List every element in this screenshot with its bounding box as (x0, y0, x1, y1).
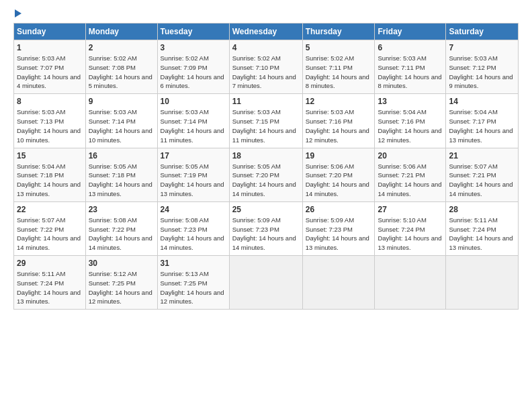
calendar-cell: 14Sunrise: 5:04 AMSunset: 7:17 PMDayligh… (446, 94, 519, 148)
calendar-cell: 5Sunrise: 5:02 AMSunset: 7:11 PMDaylight… (302, 40, 375, 94)
calendar-week-row: 29Sunrise: 5:11 AMSunset: 7:24 PMDayligh… (14, 256, 519, 310)
cell-sunrise: Sunrise: 5:02 AMSunset: 7:11 PMDaylight:… (306, 54, 369, 89)
day-number: 4 (232, 43, 300, 52)
calendar-week-row: 8Sunrise: 5:03 AMSunset: 7:13 PMDaylight… (14, 94, 519, 148)
calendar-week-row: 15Sunrise: 5:04 AMSunset: 7:18 PMDayligh… (14, 148, 519, 201)
page-header (13, 11, 519, 17)
day-of-week-header: Friday (375, 24, 446, 40)
day-number: 8 (17, 97, 83, 106)
day-number: 9 (89, 97, 154, 106)
cell-sunrise: Sunrise: 5:03 AMSunset: 7:13 PMDaylight:… (17, 108, 81, 143)
cell-sunrise: Sunrise: 5:05 AMSunset: 7:19 PMDaylight:… (161, 163, 224, 197)
day-of-week-header: Tuesday (157, 24, 229, 40)
day-number: 1 (17, 43, 83, 52)
calendar-header-row: SundayMondayTuesdayWednesdayThursdayFrid… (14, 24, 519, 40)
cell-sunrise: Sunrise: 5:13 AMSunset: 7:25 PMDaylight:… (161, 270, 224, 305)
cell-sunrise: Sunrise: 5:11 AMSunset: 7:24 PMDaylight:… (17, 270, 81, 305)
day-number: 26 (306, 205, 372, 214)
calendar-cell: 24Sunrise: 5:08 AMSunset: 7:23 PMDayligh… (157, 201, 229, 255)
day-number: 25 (232, 205, 300, 214)
day-number: 19 (306, 151, 372, 161)
cell-sunrise: Sunrise: 5:09 AMSunset: 7:23 PMDaylight:… (306, 216, 369, 251)
calendar-cell: 26Sunrise: 5:09 AMSunset: 7:23 PMDayligh… (302, 201, 375, 255)
calendar-cell: 18Sunrise: 5:05 AMSunset: 7:20 PMDayligh… (229, 148, 302, 201)
cell-sunrise: Sunrise: 5:02 AMSunset: 7:09 PMDaylight:… (161, 54, 224, 89)
day-number: 3 (161, 43, 226, 52)
cell-sunrise: Sunrise: 5:03 AMSunset: 7:15 PMDaylight:… (232, 108, 296, 143)
cell-sunrise: Sunrise: 5:08 AMSunset: 7:22 PMDaylight:… (89, 216, 152, 251)
calendar-cell: 13Sunrise: 5:04 AMSunset: 7:16 PMDayligh… (375, 94, 446, 148)
cell-sunrise: Sunrise: 5:02 AMSunset: 7:10 PMDaylight:… (232, 54, 296, 89)
cell-sunrise: Sunrise: 5:02 AMSunset: 7:08 PMDaylight:… (89, 54, 152, 89)
cell-sunrise: Sunrise: 5:09 AMSunset: 7:23 PMDaylight:… (232, 216, 296, 251)
day-of-week-header: Saturday (446, 24, 519, 40)
calendar-cell: 28Sunrise: 5:11 AMSunset: 7:24 PMDayligh… (446, 201, 519, 255)
day-number: 22 (17, 205, 83, 214)
day-number: 7 (449, 43, 515, 52)
day-number: 13 (378, 97, 443, 106)
calendar-cell: 1Sunrise: 5:03 AMSunset: 7:07 PMDaylight… (14, 40, 86, 94)
cell-sunrise: Sunrise: 5:06 AMSunset: 7:21 PMDaylight:… (378, 163, 441, 197)
calendar-cell: 17Sunrise: 5:05 AMSunset: 7:19 PMDayligh… (157, 148, 229, 201)
calendar-cell: 10Sunrise: 5:03 AMSunset: 7:14 PMDayligh… (157, 94, 229, 148)
day-number: 14 (449, 97, 515, 106)
day-number: 24 (161, 205, 226, 214)
cell-sunrise: Sunrise: 5:04 AMSunset: 7:17 PMDaylight:… (449, 108, 513, 143)
cell-sunrise: Sunrise: 5:07 AMSunset: 7:22 PMDaylight:… (17, 216, 81, 251)
day-number: 15 (17, 151, 83, 161)
cell-sunrise: Sunrise: 5:03 AMSunset: 7:14 PMDaylight:… (161, 108, 224, 143)
cell-sunrise: Sunrise: 5:03 AMSunset: 7:14 PMDaylight:… (89, 108, 152, 143)
calendar-cell: 29Sunrise: 5:11 AMSunset: 7:24 PMDayligh… (14, 256, 86, 310)
cell-sunrise: Sunrise: 5:03 AMSunset: 7:16 PMDaylight:… (306, 108, 369, 143)
cell-sunrise: Sunrise: 5:12 AMSunset: 7:25 PMDaylight:… (89, 270, 152, 305)
cell-sunrise: Sunrise: 5:05 AMSunset: 7:18 PMDaylight:… (89, 163, 152, 197)
day-number: 6 (378, 43, 443, 52)
day-number: 12 (306, 97, 372, 106)
day-number: 28 (449, 205, 515, 214)
day-number: 16 (89, 151, 154, 161)
day-of-week-header: Thursday (302, 24, 375, 40)
day-number: 23 (89, 205, 154, 214)
calendar-cell (446, 256, 519, 310)
calendar-cell: 2Sunrise: 5:02 AMSunset: 7:08 PMDaylight… (85, 40, 157, 94)
calendar-cell: 25Sunrise: 5:09 AMSunset: 7:23 PMDayligh… (229, 201, 302, 255)
day-of-week-header: Monday (85, 24, 157, 40)
day-number: 5 (306, 43, 372, 52)
day-of-week-header: Wednesday (229, 24, 302, 40)
calendar-cell: 15Sunrise: 5:04 AMSunset: 7:18 PMDayligh… (14, 148, 86, 201)
cell-sunrise: Sunrise: 5:08 AMSunset: 7:23 PMDaylight:… (161, 216, 224, 251)
cell-sunrise: Sunrise: 5:06 AMSunset: 7:20 PMDaylight:… (306, 163, 369, 197)
calendar-cell (302, 256, 375, 310)
calendar-table: SundayMondayTuesdayWednesdayThursdayFrid… (13, 23, 519, 310)
day-number: 11 (232, 97, 300, 106)
day-number: 27 (378, 205, 443, 214)
calendar-cell: 8Sunrise: 5:03 AMSunset: 7:13 PMDaylight… (14, 94, 86, 148)
logo-arrow-icon (15, 9, 21, 17)
calendar-cell: 27Sunrise: 5:10 AMSunset: 7:24 PMDayligh… (375, 201, 446, 255)
day-number: 18 (232, 151, 300, 161)
calendar-cell: 23Sunrise: 5:08 AMSunset: 7:22 PMDayligh… (85, 201, 157, 255)
cell-sunrise: Sunrise: 5:04 AMSunset: 7:16 PMDaylight:… (378, 108, 441, 143)
calendar-cell: 20Sunrise: 5:06 AMSunset: 7:21 PMDayligh… (375, 148, 446, 201)
calendar-cell: 12Sunrise: 5:03 AMSunset: 7:16 PMDayligh… (302, 94, 375, 148)
cell-sunrise: Sunrise: 5:04 AMSunset: 7:18 PMDaylight:… (17, 163, 81, 197)
day-number: 17 (161, 151, 226, 161)
day-number: 21 (449, 151, 515, 161)
calendar-cell: 4Sunrise: 5:02 AMSunset: 7:10 PMDaylight… (229, 40, 302, 94)
calendar-cell (229, 256, 302, 310)
calendar-cell (375, 256, 446, 310)
cell-sunrise: Sunrise: 5:03 AMSunset: 7:11 PMDaylight:… (378, 54, 441, 89)
day-of-week-header: Sunday (14, 24, 86, 40)
calendar-week-row: 22Sunrise: 5:07 AMSunset: 7:22 PMDayligh… (14, 201, 519, 255)
calendar-cell: 3Sunrise: 5:02 AMSunset: 7:09 PMDaylight… (157, 40, 229, 94)
calendar-cell: 30Sunrise: 5:12 AMSunset: 7:25 PMDayligh… (85, 256, 157, 310)
day-number: 20 (378, 151, 443, 161)
cell-sunrise: Sunrise: 5:03 AMSunset: 7:12 PMDaylight:… (449, 54, 513, 89)
calendar-page: SundayMondayTuesdayWednesdayThursdayFrid… (0, 0, 532, 411)
calendar-cell: 21Sunrise: 5:07 AMSunset: 7:21 PMDayligh… (446, 148, 519, 201)
calendar-cell: 9Sunrise: 5:03 AMSunset: 7:14 PMDaylight… (85, 94, 157, 148)
calendar-cell: 31Sunrise: 5:13 AMSunset: 7:25 PMDayligh… (157, 256, 229, 310)
logo (13, 11, 21, 17)
cell-sunrise: Sunrise: 5:07 AMSunset: 7:21 PMDaylight:… (449, 163, 513, 197)
cell-sunrise: Sunrise: 5:03 AMSunset: 7:07 PMDaylight:… (17, 54, 81, 89)
